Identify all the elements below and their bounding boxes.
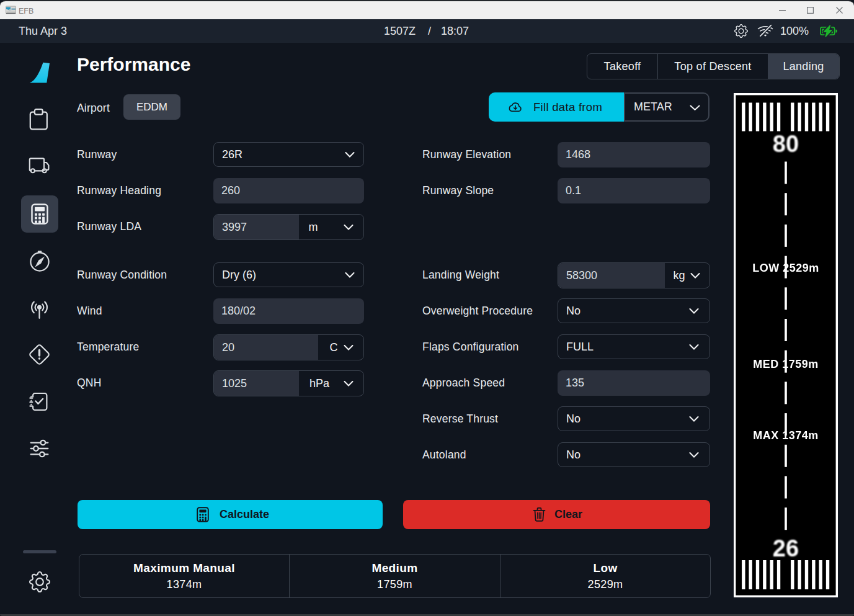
svg-text:26: 26 xyxy=(773,535,799,561)
svg-text:80: 80 xyxy=(773,131,799,157)
svg-text:MED 1759m: MED 1759m xyxy=(753,358,819,370)
svg-text:MAX 1374m: MAX 1374m xyxy=(753,429,819,442)
svg-text:LOW 2529m: LOW 2529m xyxy=(752,262,819,274)
